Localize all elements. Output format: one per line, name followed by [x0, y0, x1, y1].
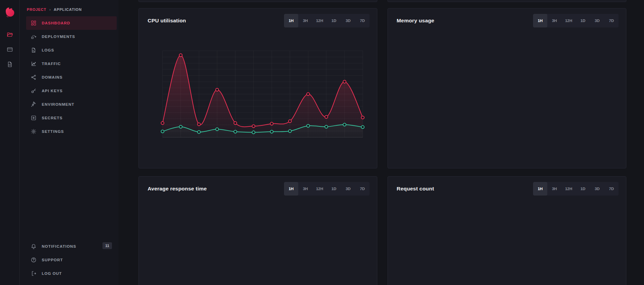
key-icon [31, 88, 37, 94]
data-point [179, 54, 182, 57]
sidebar-item-label: NOTIFICATIONS [42, 244, 76, 248]
nestjs-logo[interactable] [3, 6, 17, 20]
bell-icon [31, 243, 37, 249]
sidebar-item-traffic[interactable]: TRAFFIC [26, 57, 117, 70]
data-point [343, 80, 346, 83]
sidebar-item-label: DASHBOARD [42, 21, 70, 25]
sidebar-item-label: ENVIRONMENT [42, 102, 74, 106]
data-point [307, 93, 310, 96]
data-point [197, 130, 201, 134]
sidebar-item-api-keys[interactable]: API KEYS [26, 84, 117, 98]
secrets-icon [31, 115, 37, 121]
response-time-chart[interactable] [139, 177, 378, 285]
breadcrumb-separator: › [49, 7, 51, 12]
previous-card-bottom-edge [387, 0, 626, 2]
breadcrumb-application[interactable]: APPLICATION [54, 7, 82, 12]
sidebar-item-label: DEPLOYMENTS [42, 35, 75, 39]
environment-icon [31, 101, 37, 107]
memory-usage-card: Memory usage 1H3H12H1D3D7D [387, 8, 626, 168]
traffic-icon [31, 61, 37, 67]
data-point [252, 125, 255, 128]
data-point [270, 130, 273, 133]
sidebar-item-label: SETTINGS [42, 129, 64, 134]
cpu-chart[interactable] [139, 8, 378, 169]
sidebar-item-label: LOGS [42, 48, 54, 52]
sidebar-item-label: LOG OUT [42, 271, 62, 276]
average-response-time-card: Average response time 1H3H12H1D3D7D [138, 176, 377, 285]
sidebar-item-logs[interactable]: LOGS [26, 43, 117, 57]
data-point [234, 130, 237, 133]
sidebar: PROJECT › APPLICATION DASHBOARDDEPLOYMEN… [20, 0, 118, 285]
sidebar-item-support[interactable]: SUPPORT [26, 253, 117, 267]
domains-icon [31, 74, 37, 80]
data-point [288, 130, 291, 133]
logout-icon [31, 270, 37, 277]
sidebar-item-notifications[interactable]: NOTIFICATIONS11 [26, 240, 117, 253]
sidebar-item-log-out[interactable]: LOG OUT [26, 267, 117, 280]
sidebar-item-label: TRAFFIC [42, 62, 61, 66]
dashboard-icon [31, 20, 37, 26]
previous-card-bottom-edge [138, 0, 377, 2]
sidebar-nav: DASHBOARDDEPLOYMENTSLOGSTRAFFICDOMAINSAP… [20, 16, 118, 138]
data-point [252, 131, 255, 134]
data-point [179, 125, 182, 128]
dashboard-main: CPU utilisation 1H3H12H1D3D7D Memory usa… [118, 0, 644, 285]
sidebar-item-environment[interactable]: ENVIRONMENT [26, 98, 117, 111]
sidebar-item-deployments[interactable]: DEPLOYMENTS [26, 30, 117, 43]
data-point [270, 122, 273, 125]
cpu-utilisation-card: CPU utilisation 1H3H12H1D3D7D [138, 8, 377, 168]
file-code-icon[interactable] [0, 57, 20, 72]
sidebar-item-dashboard[interactable]: DASHBOARD [26, 16, 117, 30]
data-point [343, 123, 346, 126]
deployments-icon [31, 34, 37, 40]
settings-icon [31, 128, 37, 135]
data-point [361, 116, 364, 119]
icon-rail [0, 0, 20, 285]
sidebar-item-domains[interactable]: DOMAINS [26, 70, 117, 84]
sidebar-footer-nav: NOTIFICATIONS11SUPPORTLOG OUT [20, 240, 118, 280]
logs-icon [31, 47, 37, 53]
data-point [161, 130, 164, 133]
notifications-count-badge: 11 [102, 242, 112, 249]
sidebar-item-secrets[interactable]: SECRETS [26, 111, 117, 125]
breadcrumb: PROJECT › APPLICATION [20, 0, 118, 16]
data-point [307, 124, 310, 127]
data-point [234, 122, 237, 125]
data-point [197, 123, 201, 126]
breadcrumb-project[interactable]: PROJECT [27, 7, 46, 12]
request-count-card: Request count 1H3H12H1D3D7D [387, 176, 626, 285]
data-point [216, 88, 219, 91]
memory-chart[interactable] [388, 8, 627, 169]
data-point [161, 122, 164, 125]
help-icon [31, 257, 37, 263]
data-point [325, 125, 328, 128]
sidebar-item-settings[interactable]: SETTINGS [26, 125, 117, 138]
billing-card-icon[interactable] [0, 42, 20, 57]
sidebar-item-label: DOMAINS [42, 75, 62, 79]
sidebar-item-label: SUPPORT [42, 258, 63, 262]
data-point [288, 120, 291, 123]
data-point [361, 126, 364, 129]
sidebar-item-label: API KEYS [42, 89, 63, 93]
data-point [325, 116, 328, 119]
folder-icon[interactable] [0, 27, 20, 42]
request-count-chart[interactable] [388, 177, 627, 285]
data-point [216, 128, 219, 131]
sidebar-item-label: SECRETS [42, 116, 62, 120]
